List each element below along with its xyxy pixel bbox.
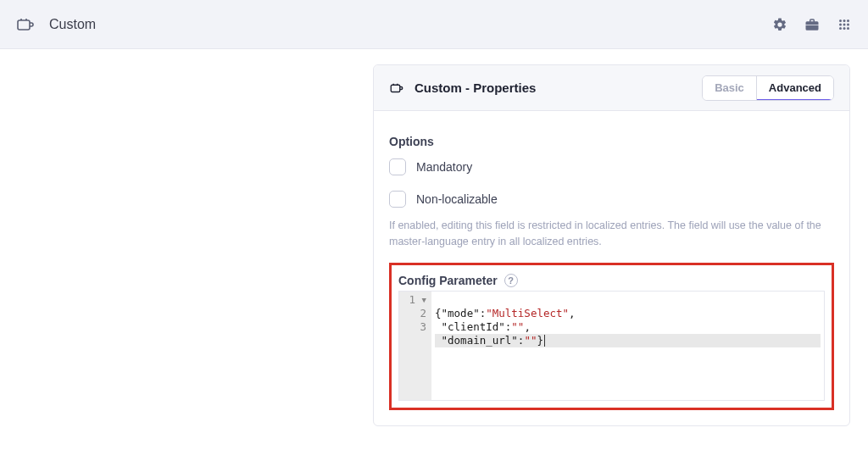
options-section-label: Options (389, 135, 834, 148)
panel-title: Custom - Properties (415, 81, 536, 95)
mandatory-label: Mandatory (416, 160, 472, 174)
briefcase-icon[interactable] (804, 16, 821, 33)
svg-point-3 (847, 19, 849, 22)
nonlocalizable-helper: If enabled, editing this field is restri… (389, 218, 834, 251)
svg-point-5 (843, 23, 846, 25)
apps-icon[interactable] (836, 16, 853, 33)
gear-icon[interactable] (771, 16, 788, 33)
svg-rect-0 (18, 20, 30, 30)
tab-advanced[interactable]: Advanced (757, 76, 833, 101)
svg-point-7 (839, 27, 842, 30)
page-title: Custom (49, 17, 96, 32)
svg-point-9 (847, 27, 849, 30)
svg-point-6 (847, 23, 849, 25)
svg-point-8 (843, 27, 846, 30)
editor-gutter: 1 ▼ 2 3 (399, 292, 431, 400)
svg-point-1 (839, 19, 842, 22)
nonlocalizable-checkbox[interactable] (389, 191, 406, 208)
properties-panel: Custom - Properties Basic Advanced Optio… (373, 64, 850, 426)
svg-point-4 (839, 23, 842, 25)
top-bar: Custom (0, 0, 868, 49)
plugin-icon (389, 81, 404, 96)
mandatory-checkbox[interactable] (389, 158, 406, 175)
config-highlight: Config Parameter ? 1 ▼ 2 3 {"mode":"Mult… (389, 263, 834, 410)
tab-basic[interactable]: Basic (703, 76, 757, 100)
config-editor[interactable]: 1 ▼ 2 3 {"mode":"MultiSelect", "clientId… (398, 291, 825, 401)
plugin-icon (15, 14, 36, 35)
editor-body[interactable]: {"mode":"MultiSelect", "clientId":"", "d… (431, 292, 824, 400)
svg-point-2 (843, 19, 846, 22)
config-parameter-label: Config Parameter (398, 274, 498, 287)
nonlocalizable-label: Non-localizable (416, 192, 498, 206)
panel-tabs: Basic Advanced (702, 75, 834, 101)
svg-rect-10 (391, 85, 400, 92)
help-icon[interactable]: ? (504, 274, 518, 287)
